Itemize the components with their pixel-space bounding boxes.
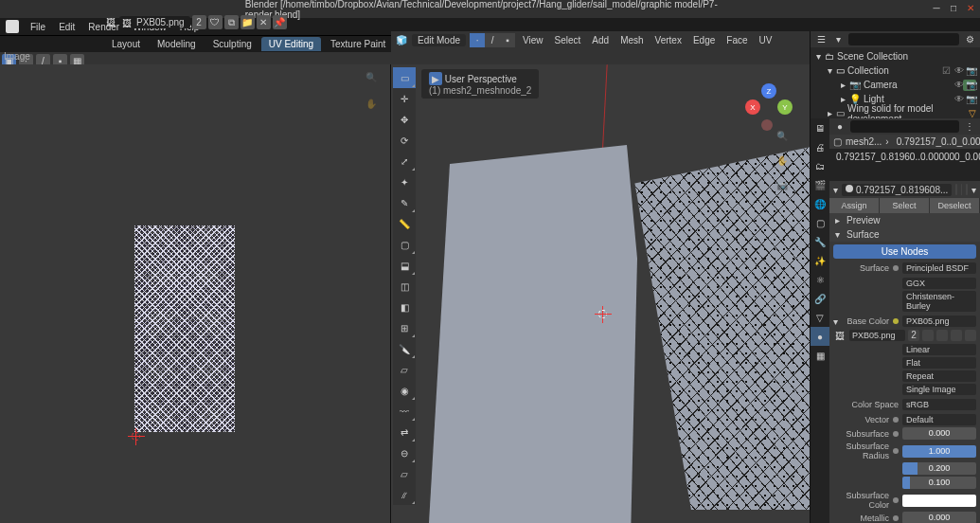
cam-render-icon[interactable]: 📷 — [966, 80, 976, 90]
tool-slide[interactable]: ⇄ — [393, 422, 416, 442]
tool-measure[interactable]: 📏 — [393, 213, 416, 234]
tab-modeling[interactable]: Modeling — [150, 37, 204, 51]
tool-scale[interactable]: ⤢ — [393, 151, 416, 171]
vector-dropdown[interactable]: Default — [902, 414, 976, 425]
menu-edit[interactable]: Edit — [53, 21, 80, 33]
tool-bevel[interactable]: ◧ — [393, 297, 416, 317]
bc-mat[interactable]: 0.792157_0..0_0.000000 — [897, 136, 980, 147]
tex-browse-icon[interactable]: 🖼 — [833, 329, 846, 342]
ssc-color[interactable] — [902, 495, 976, 507]
outliner-scene-collection[interactable]: ▾🗀Scene Collection — [811, 49, 980, 63]
met-socket-icon[interactable] — [893, 515, 899, 521]
tool-smooth[interactable]: 〰 — [393, 401, 416, 422]
ptab-texture[interactable]: ▦ — [811, 346, 829, 365]
3d-cursor[interactable] — [595, 306, 612, 323]
extension-dropdown[interactable]: Repeat — [902, 370, 976, 382]
tool-extrude[interactable]: ⬓ — [393, 255, 416, 276]
ssr1-slider[interactable]: 1.000 — [902, 445, 976, 458]
distribution-dropdown[interactable]: GGX — [902, 278, 976, 289]
ptab-particle[interactable]: ✨ — [811, 251, 829, 270]
light-render-icon[interactable]: 📷 — [966, 94, 976, 104]
outliner-type-icon[interactable]: ☰ — [814, 33, 828, 46]
outliner-search[interactable] — [848, 33, 959, 45]
image-name-field[interactable]: 🖼PXB05.png — [119, 16, 190, 28]
tool-polybuild[interactable]: ▱ — [393, 359, 416, 380]
tool-shear[interactable]: ▱ — [393, 463, 416, 484]
uv-editor[interactable]: 🖼 🖼PXB05.png 2 🛡 ⧉ 📁 ✕ 📌 Image 🔍 ✋ — [0, 64, 391, 523]
ssr-socket-icon[interactable] — [893, 448, 899, 454]
surface-socket-icon[interactable] — [893, 265, 899, 271]
gizmo-neg-z[interactable] — [761, 119, 773, 131]
ptab-object[interactable]: ▢ — [811, 213, 829, 232]
tab-sculpting[interactable]: Sculpting — [205, 37, 259, 51]
panel-preview[interactable]: ▸Preview — [829, 213, 980, 227]
ssr3-slider[interactable]: 0.100 — [902, 477, 976, 489]
basecolor-texture[interactable]: PXB05.png — [902, 316, 976, 327]
tool-shrink[interactable]: ⊖ — [393, 442, 416, 463]
col-eye-icon[interactable]: 👁 — [953, 65, 964, 76]
tex-open-icon[interactable] — [951, 330, 962, 341]
cam-eye-icon[interactable]: 👁 — [953, 80, 964, 90]
ss-socket-icon[interactable] — [893, 431, 899, 437]
ptab-material[interactable]: ● — [811, 327, 829, 346]
outliner-collection[interactable]: ▾▭Collection☑👁📷 — [811, 63, 980, 78]
mat-unlink-icon[interactable] — [966, 184, 968, 195]
vp-menu-vertex[interactable]: Vertex — [651, 34, 686, 46]
vp-menu-uv[interactable]: UV — [756, 34, 776, 46]
uv-magnify-icon[interactable]: 🔍 — [365, 72, 383, 89]
tab-layout[interactable]: Layout — [104, 37, 148, 51]
image-pin-icon[interactable]: 📌 — [273, 15, 287, 29]
mode-selector[interactable]: Edit Mode — [412, 34, 466, 46]
props-type-icon[interactable]: ● — [833, 120, 846, 134]
deselect-button[interactable]: Deselect — [930, 198, 980, 213]
ptab-modifier[interactable]: 🔧 — [811, 232, 829, 251]
ptab-world[interactable]: 🌐 — [811, 194, 829, 213]
tool-rip[interactable]: ⫽ — [393, 484, 416, 505]
play-icon[interactable]: ▶ — [429, 72, 442, 85]
tool-select-box[interactable]: ▭ — [393, 67, 416, 88]
vp-menu-edge[interactable]: Edge — [689, 34, 719, 46]
surface-shader-dropdown[interactable]: Principled BSDF — [902, 262, 976, 274]
tex-new-icon[interactable] — [936, 330, 948, 341]
bc-obj[interactable]: mesh2... — [846, 136, 882, 147]
source-dropdown[interactable]: Single Image — [902, 384, 976, 395]
tab-texture-paint[interactable]: Texture Paint — [323, 37, 393, 51]
tab-uv-editing[interactable]: UV Editing — [261, 37, 321, 51]
gizmo-x[interactable]: X — [745, 99, 760, 115]
props-search[interactable] — [850, 120, 959, 133]
tool-add-cube[interactable]: ▢ — [393, 234, 416, 255]
nav-gizmo[interactable]: Z X Y — [745, 83, 793, 131]
outliner-filter-icon[interactable]: ⚙ — [963, 33, 976, 46]
tool-rotate[interactable]: ⟳ — [393, 130, 416, 151]
mat-dup-icon[interactable] — [961, 184, 963, 195]
maximize-button[interactable]: □ — [948, 2, 959, 13]
ptab-viewlayer[interactable]: 🗂 — [811, 156, 829, 175]
props-options-icon[interactable]: ⋮ — [963, 120, 976, 134]
colorspace-dropdown[interactable]: sRGB — [902, 399, 976, 410]
outliner-display-icon[interactable]: ▾ — [831, 33, 845, 46]
image-new-icon[interactable]: ⧉ — [224, 15, 239, 29]
editor-type-icon[interactable]: 🧊 — [395, 33, 408, 46]
menu-file[interactable]: File — [25, 21, 51, 33]
ptab-scene[interactable]: 🎬 — [811, 175, 829, 194]
tex-users[interactable]: 2 — [908, 330, 919, 341]
image-fake-user[interactable]: 🛡 — [208, 15, 223, 29]
tool-spin[interactable]: ◉ — [393, 380, 416, 401]
tex-name-field[interactable]: PXB05.png — [849, 330, 905, 341]
gizmo-y[interactable]: Y — [777, 99, 793, 115]
metallic-slider[interactable]: 0.000 — [902, 512, 976, 523]
assign-button[interactable]: Assign — [829, 198, 880, 213]
mat-new-icon[interactable] — [955, 184, 957, 195]
vp-menu-face[interactable]: Face — [722, 34, 751, 46]
nav-zoom-icon[interactable]: 🔍 — [776, 131, 795, 150]
ssc-socket-icon[interactable] — [893, 497, 899, 503]
image-browse-icon[interactable]: 🖼 — [104, 16, 117, 29]
use-nodes-button[interactable]: Use Nodes — [833, 244, 976, 259]
ptab-mesh[interactable]: ▽ — [811, 308, 829, 327]
mat-node-icon[interactable]: ▾ — [971, 183, 976, 196]
nav-pan-icon[interactable]: ✋ — [776, 155, 795, 174]
minimize-button[interactable]: ─ — [931, 2, 942, 13]
ssr2-slider[interactable]: 0.200 — [902, 462, 976, 475]
col-render-icon[interactable]: 📷 — [966, 65, 976, 76]
material-slot[interactable]: 0.792157_0.81960..0.000000_0.000000 — [829, 149, 980, 164]
